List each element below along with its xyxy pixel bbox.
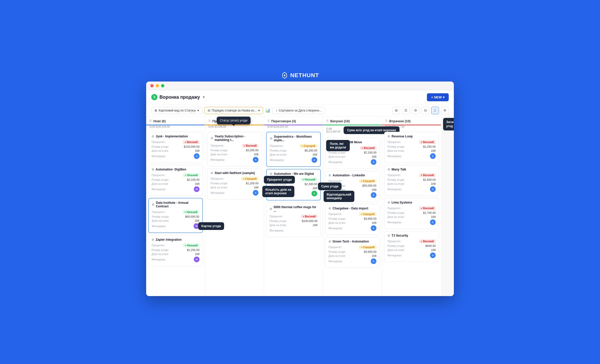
column-sum-new: SUM $185,630.00 <box>146 125 205 130</box>
check-icon: ⊘ <box>211 136 213 140</box>
logo-text: NETHUNT <box>290 72 319 79</box>
card-zapier[interactable]: ⊘ Zapier integration Пріоритет: Низький … <box>148 235 203 266</box>
sum-tooltip: Сума угоди <box>318 183 342 190</box>
priority-chargebee: Середній <box>359 212 376 216</box>
card-jysk[interactable]: ⊘ Jysk - Implementation Пріоритет: Висок… <box>148 132 203 163</box>
order-button[interactable]: ⊟ Порядок стовпців за Назва ко... ▾ <box>204 107 263 114</box>
priority-tooltip-target: Середній <box>245 177 257 180</box>
settings-icon[interactable]: ⚙ <box>441 107 449 114</box>
column-title-new: Нові (6) <box>153 119 166 123</box>
card-title-startnethunt: Start with NetHunt (sample) <box>215 171 255 175</box>
column-sum-presentation: SUM $3,230.00 <box>205 125 264 130</box>
count-tooltip: Загальна кількість угод на етапі <box>443 118 454 131</box>
column-sum-won: SUM $113,960.00 <box>326 127 341 133</box>
minimize-button[interactable] <box>156 84 159 87</box>
days-label: Днів на етапі <box>152 149 168 152</box>
svg-point-0 <box>284 75 285 76</box>
view-button-label: Картковий вид по Статусу <box>159 109 196 112</box>
column-sum-won-container: SUM $113,960.00 Сума всіх угод на етапі … <box>323 125 382 136</box>
manager-tooltip: Відповідальнийменеджер <box>324 191 354 202</box>
drag-handle: ⠿ <box>385 119 388 123</box>
manager-label: Менеджер: <box>152 155 166 158</box>
priority-startnethunt: Середній <box>241 177 258 181</box>
card-tooltip: Картка угоди <box>198 222 224 230</box>
check-icon: ⊘ <box>387 234 390 237</box>
card-yearly[interactable]: ⊘ Yearly Subscription - marketing t... П… <box>207 132 262 166</box>
manager-avatar-startnethunt: А <box>253 190 258 196</box>
column-header-presentation: ⠿ Презентація (2) <box>205 117 264 125</box>
dropdown-arrow[interactable]: ▼ <box>202 95 206 99</box>
drag-handle: ⠿ <box>326 119 329 123</box>
card-title-greentech: Green Tech - Automation <box>333 240 369 243</box>
filter-icon[interactable]: ⚙ <box>412 107 419 114</box>
manager-avatar-tjsecurity: А <box>430 252 436 258</box>
card-title-wedigital: Automation - We are Digital <box>274 172 314 176</box>
columns-icon[interactable]: ⊟ <box>422 107 429 114</box>
card-chargebee[interactable]: ⊘ Chargebee - Data import Пріоритет: Сер… <box>325 204 380 235</box>
view-dropdown-icon: ▾ <box>197 109 199 112</box>
manager-avatar-jysk: А <box>194 153 199 159</box>
maximize-button[interactable] <box>161 84 164 87</box>
column-title-presentation: Презентація (2) <box>212 119 237 123</box>
card-revenueloop[interactable]: ⊘ Revenue Loop Пріоритет: Високий Розмір… <box>384 132 439 163</box>
card-startnethunt[interactable]: ⊘ Start with NetHunt (sample) Пріоритет:… <box>207 168 262 199</box>
check-icon: ⊘ <box>328 240 331 243</box>
priority-revenueloop: Високий <box>419 140 436 144</box>
grid-view-icon[interactable]: ⊞ <box>392 107 400 114</box>
new-button[interactable]: + NEW ▾ <box>427 93 449 101</box>
priority-tjsecurity: Високий <box>419 239 436 243</box>
card-tjsecurity[interactable]: ⊘ TJ Security Пріоритет: Високий Розмір … <box>384 231 439 262</box>
column-cards-presentation: ⊘ Yearly Subscription - marketing t... П… <box>205 130 264 201</box>
check-icon: ⊘ <box>152 168 154 171</box>
card-thermal[interactable]: ⊘ 5000 thermal coffee mugs for ... Пріор… <box>266 203 321 237</box>
column-header-negotiations: ⠿ Переговори (3) <box>264 117 323 125</box>
priority-tooltip: Пріоритет угоди <box>264 176 295 184</box>
card-manytalk[interactable]: ⊘ Many Talk Пріоритет: Високий Розмір уг… <box>384 165 439 196</box>
days-jysk: 168 <box>195 149 199 152</box>
close-button[interactable] <box>150 84 154 87</box>
nethunt-logo: NETHUNT <box>281 72 319 79</box>
manager-avatar-yearly: А <box>253 157 258 163</box>
manager-avatar-chargebee: А <box>371 225 376 231</box>
column-title-lost: Втрачені (10) <box>389 119 411 123</box>
priority-greentech: Середній <box>359 245 376 249</box>
list-view-icon[interactable]: ☰ <box>402 107 410 114</box>
priority-datainstitute: Низький <box>183 210 199 214</box>
manager-avatar-supermetrics: А <box>312 157 317 163</box>
priority-manytalk: Високий <box>419 173 436 177</box>
column-presentation: ⠿ Презентація (2) SUM $3,230.00 ⊘ Yearly… <box>205 117 264 296</box>
sort-button[interactable]: ↕ Сортувати за Дата створенн... <box>272 107 325 114</box>
column-cards-negotiations: ⊘ Supermetrics - Workflows imple... Пріо… <box>264 130 323 239</box>
check-icon: ⊘ <box>152 203 154 206</box>
title-icon: $ <box>151 94 157 100</box>
card-greentech[interactable]: ⊘ Green Tech - Automation Пріоритет: Сер… <box>325 237 380 268</box>
check-icon: ⊘ <box>328 174 331 177</box>
card-automationdigiben[interactable]: ⊘ Automation -DigiBen Пріоритет: Низький… <box>148 165 203 196</box>
card-title-supermetrics: Supermetrics - Workflows imple... <box>274 135 317 142</box>
manager-avatar-revenueloop: А <box>430 153 436 159</box>
card-limasystems[interactable]: ⊘ Lima Systems Пріоритет: Високий Розмір… <box>384 198 439 229</box>
sum-icon[interactable]: Σ <box>431 107 439 114</box>
priority-zapier: Низький <box>183 244 199 247</box>
check-icon: ⊘ <box>387 135 390 138</box>
priority-thermal: Високий <box>301 215 317 218</box>
manager-avatar-manytalk: А <box>430 186 436 192</box>
column-cards-won: ⊘ ReStart - CRM Move Пріоритет: Високий … <box>323 136 382 270</box>
card-supermetrics[interactable]: ⊘ Supermetrics - Workflows imple... Пріо… <box>266 132 321 167</box>
app-title: $ Воронка продажу ▼ <box>151 94 206 100</box>
priority-label: Пріоритет: <box>152 140 165 144</box>
view-button[interactable]: ⊞ Картковий вид по Статусу ▾ <box>151 107 202 114</box>
chart-icon[interactable]: 📊 <box>265 108 270 113</box>
column-cards-lost: ⊘ Revenue Loop Пріоритет: Високий Розмір… <box>382 130 441 264</box>
priority-limasystems: Високий <box>419 206 436 210</box>
manager-avatar-digiben: М <box>194 186 199 192</box>
check-icon: ⊘ <box>387 168 390 171</box>
column-new: ⠿ Нові (6) SUM $185,630.00 ⊘ Jysk - Impl… <box>146 117 205 296</box>
manager-avatar-linkedin: А <box>371 192 376 198</box>
drag-handle: ⠿ <box>208 119 211 123</box>
column-header-new: ⠿ Нові (6) <box>146 117 205 125</box>
card-datainstitute[interactable]: ⊘ Data Institute - Annual Contract Пріор… <box>148 198 203 233</box>
drag-handle: ⠿ <box>267 119 270 123</box>
column-header-lost: ⠿ Втрачені (10) Загальна кількість угод … <box>382 117 441 125</box>
app-header: $ Воронка продажу ▼ + NEW ▾ <box>146 90 454 105</box>
